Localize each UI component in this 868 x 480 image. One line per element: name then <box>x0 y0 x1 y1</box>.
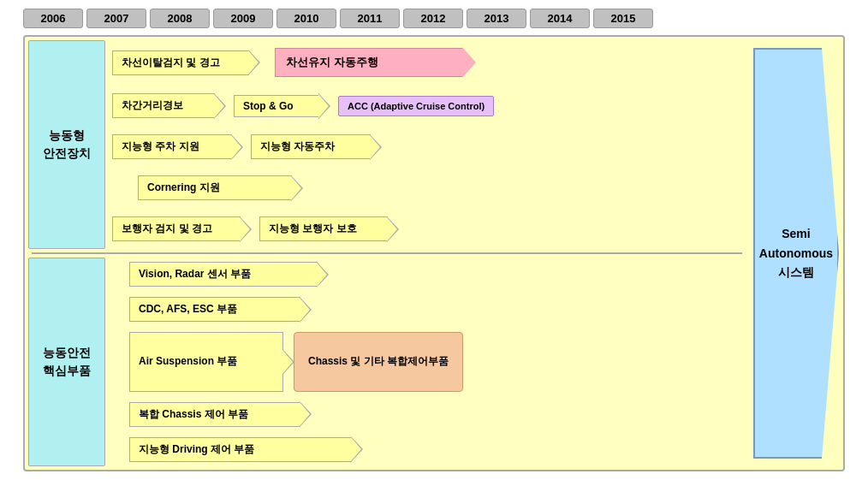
main-chart: 능동형안전장치 차선이탈검지 및 경고 차선유지 자동주행 차간거리경보 Sto… <box>23 35 845 471</box>
air-suspension-box: Air Suspension 부품 <box>129 332 283 392</box>
cdc-afs-esc-box: CDC, AFS, ESC 부품 <box>129 297 300 322</box>
row-air-suspension: Air Suspension 부품 Chassis 및 기타 복합제어부품 <box>112 332 746 392</box>
pedestrian-protect-box: 지능형 보행자 보호 <box>259 216 388 241</box>
smart-parking-box: 지능형 주차 지원 <box>112 134 232 159</box>
year-2010: 2010 <box>276 9 336 28</box>
chassis-control-box: Chassis 및 기타 복합제어부품 <box>294 332 463 392</box>
year-2009: 2009 <box>213 9 273 28</box>
year-2011: 2011 <box>340 9 400 28</box>
row-cdc-afs-esc: CDC, AFS, ESC 부품 <box>112 297 746 322</box>
row-complex-chassis: 복합 Chassis 제어 부품 <box>112 402 746 427</box>
year-2013: 2013 <box>467 9 526 28</box>
row-cornering: Cornering 지원 <box>112 175 746 200</box>
complex-chassis-box: 복합 Chassis 제어 부품 <box>129 402 300 427</box>
intelligent-driving-box: 지능형 Driving 제어 부품 <box>129 437 352 462</box>
left-sections: 능동형안전장치 차선이탈검지 및 경고 차선유지 자동주행 차간거리경보 Sto… <box>25 37 749 470</box>
row-vision-radar: Vision, Radar 센서 부품 <box>112 262 746 287</box>
semi-autonomous-shape: SemiAutonomous시스템 <box>753 48 839 459</box>
vision-radar-box: Vision, Radar 센서 부품 <box>129 262 318 287</box>
row-pedestrian: 보행자 검지 및 경고 지능형 보행자 보호 <box>112 216 746 241</box>
pedestrian-detection-box: 보행자 검지 및 경고 <box>112 216 241 241</box>
row-intelligent-driving: 지능형 Driving 제어 부품 <box>112 437 746 462</box>
year-2015: 2015 <box>593 9 653 28</box>
acc-box: ACC (Adaptive Cruise Control) <box>338 96 494 116</box>
lane-keep-box: 차선유지 자동주행 <box>275 48 463 77</box>
right-panel: SemiAutonomous시스템 <box>749 37 843 470</box>
year-2012: 2012 <box>403 9 463 28</box>
year-2006: 2006 <box>23 9 83 28</box>
auto-parking-box: 지능형 자동주차 <box>251 134 371 159</box>
section-safety-content: 차선이탈검지 및 경고 차선유지 자동주행 차간거리경보 Stop & Go A… <box>109 37 749 252</box>
distance-warning-box: 차간거리경보 <box>112 93 215 118</box>
lane-departure-box: 차선이탈검지 및 경고 <box>112 50 249 75</box>
section-parts: 능동안전핵심부품 Vision, Radar 센서 부품 CDC, AFS, E… <box>25 254 749 470</box>
year-timeline: 2006 2007 2008 2009 2010 2011 2012 2013 … <box>23 9 845 28</box>
section-parts-content: Vision, Radar 센서 부품 CDC, AFS, ESC 부품 Air… <box>109 254 749 470</box>
section-parts-label: 능동안전핵심부품 <box>28 258 105 466</box>
year-2008: 2008 <box>150 9 210 28</box>
stop-go-box: Stop & Go <box>234 95 319 117</box>
year-2007: 2007 <box>86 9 146 28</box>
year-2014: 2014 <box>530 9 590 28</box>
cornering-box: Cornering 지원 <box>138 175 292 200</box>
section-safety: 능동형안전장치 차선이탈검지 및 경고 차선유지 자동주행 차간거리경보 Sto… <box>25 37 749 252</box>
section-safety-label: 능동형안전장치 <box>28 40 105 249</box>
row-lane-departure: 차선이탈검지 및 경고 차선유지 자동주행 <box>112 48 746 77</box>
row-parking: 지능형 주차 지원 지능형 자동주차 <box>112 134 746 159</box>
row-acc: 차간거리경보 Stop & Go ACC (Adaptive Cruise Co… <box>112 93 746 118</box>
